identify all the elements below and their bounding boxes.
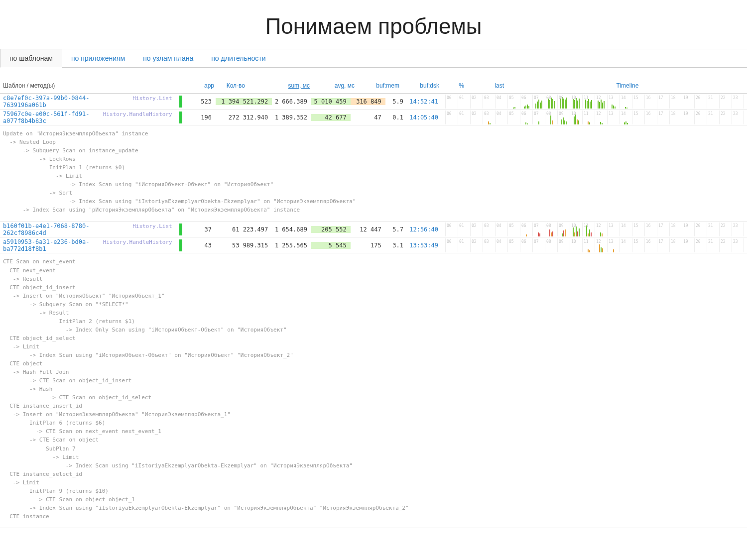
table-row[interactable]: a5910953-6a31-e236-bd0a-ba772d18f8b1Hist… [0, 237, 747, 253]
timeline-bar [590, 102, 591, 109]
hour-label: 16 [646, 96, 651, 100]
hour-label: 12 [596, 96, 601, 100]
timeline-hour: 12 [595, 238, 607, 252]
timeline-bar [528, 106, 529, 109]
hour-label: 10 [571, 239, 576, 244]
hdr-bufmem[interactable]: buf:mem [359, 82, 403, 89]
timeline-hour: 03 [483, 223, 495, 236]
timeline-bar [588, 99, 589, 109]
timeline-hour: 08 [545, 111, 557, 124]
timeline-bar [615, 107, 616, 109]
hdr-pct[interactable]: % [443, 82, 468, 89]
timeline-hour: 13 [607, 238, 620, 252]
timeline-hour: 11 [582, 223, 595, 236]
hour-label: 04 [497, 96, 501, 100]
query-method: History.HandleHistory [103, 239, 172, 245]
tab-duration[interactable]: по длительности [202, 49, 274, 67]
hdr-timeline[interactable]: Timeline [508, 82, 747, 89]
timeline-hour: 02 [470, 223, 483, 236]
timeline-hour: 04 [495, 238, 507, 252]
hour-label: 12 [596, 224, 601, 228]
hour-label: 07 [534, 239, 539, 244]
query-hash[interactable]: b160f01b-e4e1-7068-8780-262cf8986c4d [3, 223, 127, 236]
hour-label: 12 [596, 239, 601, 244]
hdr-sum[interactable]: sum, мс [249, 82, 314, 89]
hour-label: 06 [521, 224, 526, 228]
hour-label: 01 [459, 239, 464, 244]
query-hash[interactable]: 75967c0e-e00c-561f-fd91-a077f8b4b83c [3, 111, 98, 124]
cell-last[interactable]: 12:56:40 [409, 226, 438, 233]
hour-label: 13 [609, 239, 614, 244]
hour-label: 14 [621, 96, 626, 100]
timeline-bar [525, 122, 526, 124]
timeline-bar [601, 247, 602, 252]
hour-label: 22 [721, 112, 726, 116]
timeline-hour: 10 [570, 223, 582, 236]
hdr-bufdsk[interactable]: buf:dsk [403, 82, 443, 89]
hour-label: 05 [509, 112, 514, 116]
hdr-avg[interactable]: avg, мс [314, 82, 359, 89]
tab-templates[interactable]: по шаблонам [0, 49, 62, 68]
hour-label: 23 [733, 112, 738, 116]
table-row[interactable]: c8e7ef0c-397a-99b0-0844-7639196a061bHist… [0, 94, 747, 110]
hour-label: 09 [559, 96, 564, 100]
hour-label: 01 [459, 96, 464, 100]
cell-pct: 3.1 [385, 242, 407, 249]
timeline-bar [598, 101, 599, 109]
timeline-bar [577, 231, 578, 236]
hour-label: 07 [534, 224, 539, 228]
timeline-hour: 02 [470, 95, 483, 109]
timeline-bar [554, 101, 555, 109]
cell-last[interactable]: 13:53:49 [409, 242, 438, 249]
timeline-hour: 12 [595, 223, 607, 236]
hdr-count[interactable]: Кол-во [219, 82, 249, 89]
table-row[interactable]: b160f01b-e4e1-7068-8780-262cf8986c4dHist… [0, 222, 747, 237]
hdr-app[interactable]: app [199, 82, 219, 89]
table-row[interactable]: 75967c0e-e00c-561f-fd91-a077f8b4b83cHist… [0, 110, 747, 125]
hour-label: 06 [521, 112, 526, 116]
hdr-template[interactable]: Шаблон / метод(ы) [0, 82, 199, 89]
timeline-bar [563, 99, 564, 109]
timeline-hour: 22 [719, 111, 732, 124]
hour-label: 19 [683, 239, 688, 244]
timeline-bar [600, 232, 601, 236]
timeline-hour: 01 [458, 95, 470, 109]
timeline-hour: 18 [669, 111, 682, 124]
timeline-hour: 23 [732, 111, 744, 124]
timeline-bar [602, 233, 603, 236]
hour-label: 04 [497, 224, 501, 228]
hour-label: 19 [683, 112, 688, 116]
tab-apps[interactable]: по приложениям [62, 49, 134, 67]
query-hash[interactable]: c8e7ef0c-397a-99b0-0844-7639196a061b [3, 95, 127, 109]
cell-last[interactable]: 14:05:40 [409, 114, 438, 121]
timeline-hour: 07 [532, 223, 545, 236]
timeline-hour: 16 [644, 111, 657, 124]
timeline-bar [591, 232, 592, 236]
timeline-bar [589, 250, 590, 252]
hour-label: 17 [658, 224, 663, 228]
tab-plan-nodes[interactable]: по узлам плана [134, 49, 202, 67]
timeline-hour: 06 [520, 223, 532, 236]
timeline-bar [538, 121, 539, 124]
timeline-bar [575, 114, 576, 124]
hour-label: 22 [721, 224, 726, 228]
timeline-hour: 00 [445, 95, 458, 109]
hour-label: 02 [472, 96, 477, 100]
timeline-chart: 0001020304050607080910111213141516171819… [445, 95, 744, 109]
hour-label: 15 [633, 224, 638, 228]
timeline-bar [625, 107, 626, 109]
timeline-bar [526, 234, 527, 236]
hdr-last[interactable]: last [468, 82, 508, 89]
timeline-bar [566, 98, 567, 109]
timeline-hour: 19 [682, 238, 694, 252]
hour-label: 18 [671, 239, 676, 244]
hour-label: 16 [646, 239, 651, 244]
timeline-bar [562, 233, 563, 236]
query-hash[interactable]: a5910953-6a31-e236-bd0a-ba772d18f8b1 [3, 238, 98, 252]
timeline-hour: 14 [620, 238, 632, 252]
timeline-bar [527, 123, 528, 124]
cell-last[interactable]: 14:52:41 [409, 98, 438, 105]
timeline-bar [579, 99, 580, 109]
timeline-hour: 10 [570, 238, 582, 252]
timeline-bar [549, 229, 550, 236]
